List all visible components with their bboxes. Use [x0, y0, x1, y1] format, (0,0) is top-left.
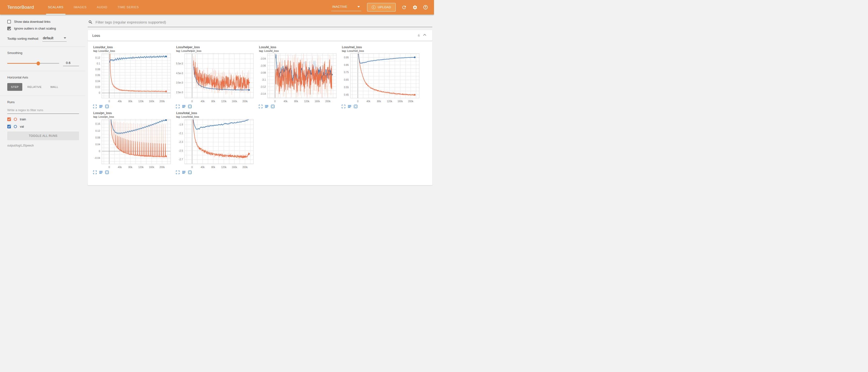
fullscreen-icon[interactable]: [93, 105, 97, 108]
fit-domain-icon[interactable]: [271, 105, 275, 108]
svg-text:-3.04: -3.04: [260, 57, 266, 60]
fullscreen-icon[interactable]: [259, 105, 262, 108]
svg-text:0: 0: [274, 100, 276, 103]
svg-text:200k: 200k: [408, 100, 414, 103]
chart-plot[interactable]: -3.04-3.06-3.08-3.1-3.12-3.14040k80k120k…: [256, 53, 339, 104]
axis-step-button[interactable]: STEP: [7, 83, 22, 91]
divider: [0, 46, 85, 47]
fullscreen-icon[interactable]: [176, 170, 180, 174]
upload-button[interactable]: i UPLOAD: [367, 3, 396, 12]
svg-text:2.5e-3: 2.5e-3: [176, 91, 183, 94]
svg-text:160k: 160k: [149, 166, 155, 169]
tag-filter-input[interactable]: [95, 20, 431, 25]
section-count: 6: [418, 34, 420, 37]
tooltip-sorting-select[interactable]: default: [42, 36, 67, 42]
axis-wall-button[interactable]: WALL: [47, 83, 62, 91]
smoothing-value-input[interactable]: [63, 61, 79, 66]
fit-domain-icon[interactable]: [188, 105, 192, 108]
data-table-icon[interactable]: [348, 105, 351, 108]
svg-text:200k: 200k: [325, 100, 331, 103]
svg-text:4.5e-3: 4.5e-3: [176, 72, 183, 75]
tab-time-series[interactable]: TIME SERIES: [116, 0, 141, 14]
chart-plot[interactable]: 0.450.550.650.750.850.95040k80k120k160k2…: [339, 53, 422, 104]
data-table-icon[interactable]: [265, 105, 269, 108]
svg-text:80k: 80k: [211, 100, 215, 103]
svg-text:5.5e-3: 5.5e-3: [176, 62, 183, 65]
checkbox-icon[interactable]: [7, 27, 11, 30]
svg-text:0.45: 0.45: [344, 94, 349, 96]
runs-filter-input[interactable]: [7, 107, 79, 114]
smoothing-label: Smoothing: [7, 51, 79, 55]
data-table-icon[interactable]: [182, 105, 186, 108]
svg-text:0: 0: [99, 150, 100, 153]
axis-relative-button[interactable]: RELATIVE: [24, 83, 45, 91]
fit-domain-icon[interactable]: [354, 105, 358, 108]
section-header[interactable]: Loss 6: [88, 30, 432, 41]
chart-title: Loss/pn_loss: [90, 111, 173, 115]
run-item-val[interactable]: val: [7, 125, 79, 128]
data-table-icon[interactable]: [182, 170, 186, 174]
svg-text:0.12: 0.12: [95, 129, 100, 132]
data-table-icon[interactable]: [99, 170, 103, 174]
collapse-section-icon[interactable]: [422, 33, 427, 38]
tab-audio[interactable]: AUDIO: [95, 0, 109, 14]
svg-text:-0.04: -0.04: [94, 157, 100, 159]
help-icon[interactable]: ?: [423, 5, 428, 9]
svg-text:0: 0: [357, 100, 359, 103]
app-title: TensorBoard: [7, 5, 46, 10]
slider-thumb[interactable]: [37, 62, 40, 65]
selected-value: default: [43, 36, 54, 40]
fit-domain-icon[interactable]: [105, 105, 109, 108]
chart-plot[interactable]: -0.0400.040.080.120.16040k80k120k160k200…: [90, 119, 173, 170]
data-table-icon[interactable]: [99, 105, 103, 108]
svg-text:-2.3: -2.3: [179, 141, 183, 143]
tab-scalars[interactable]: SCALARS: [46, 0, 65, 14]
toggle-all-runs-button[interactable]: TOGGLE ALL RUNS: [7, 132, 79, 140]
run-color-swatch[interactable]: [14, 125, 17, 128]
chart-plot[interactable]: 2.5e-33.5e-34.5e-35.5e-3040k80k120k160k2…: [173, 53, 256, 104]
svg-text:160k: 160k: [398, 100, 403, 103]
checkbox-icon[interactable]: [7, 20, 11, 24]
svg-text:120k: 120k: [221, 166, 227, 169]
scalar-chart-card: Loss/dur_loss tag: Loss/dur_loss 00.020.…: [90, 45, 173, 108]
run-color-swatch[interactable]: [14, 118, 17, 121]
refresh-icon[interactable]: [402, 5, 407, 10]
fullscreen-icon[interactable]: [93, 170, 97, 174]
fullscreen-icon[interactable]: [176, 105, 180, 108]
tab-images[interactable]: IMAGES: [72, 0, 88, 14]
svg-text:0.55: 0.55: [344, 86, 349, 89]
svg-text:0.08: 0.08: [95, 136, 100, 139]
ignore-outliers-option[interactable]: Ignore outliers in chart scaling: [7, 27, 79, 30]
svg-text:80k: 80k: [128, 166, 132, 169]
settings-gear-icon[interactable]: [412, 5, 417, 10]
svg-text:160k: 160k: [149, 100, 155, 103]
chart-tag: tag: Loss/pn_loss: [90, 115, 173, 118]
svg-text:0.08: 0.08: [95, 68, 100, 71]
show-download-links-option[interactable]: Show data download links: [7, 20, 79, 24]
chart-tag: tag: Loss/kl_loss: [256, 49, 339, 52]
run-checkbox-icon[interactable]: [7, 125, 11, 128]
chart-tag: tag: Loss/dur_loss: [90, 49, 173, 52]
chart-title: Loss/total_loss: [173, 111, 256, 115]
svg-text:0.65: 0.65: [344, 78, 349, 81]
chart-plot[interactable]: 00.020.040.060.080.10.12040k80k120k160k2…: [90, 53, 173, 104]
svg-text:0.85: 0.85: [344, 63, 349, 66]
svg-text:200k: 200k: [159, 100, 165, 103]
info-icon: i: [372, 5, 376, 9]
chevron-down-icon: [64, 37, 66, 40]
run-item-train[interactable]: train: [7, 117, 79, 121]
fit-domain-icon[interactable]: [105, 170, 109, 174]
smoothing-slider[interactable]: [7, 63, 59, 64]
chart-plot[interactable]: -1.9-2.1-2.3-2.5-2.7040k80k120k160k200k: [173, 119, 256, 170]
run-label: train: [20, 117, 26, 121]
run-checkbox-icon[interactable]: [7, 117, 11, 121]
svg-text:200k: 200k: [242, 166, 248, 169]
fullscreen-icon[interactable]: [342, 105, 345, 108]
tab-bar: SCALARS IMAGES AUDIO TIME SERIES: [46, 0, 141, 14]
fit-domain-icon[interactable]: [188, 170, 192, 174]
svg-text:160k: 160k: [232, 100, 238, 103]
section-title: Loss: [92, 33, 418, 38]
status-dropdown[interactable]: INACTIVE: [331, 4, 361, 11]
horizontal-axis-label: Horizontal Axis: [7, 75, 79, 79]
svg-text:3.5e-3: 3.5e-3: [176, 81, 183, 84]
